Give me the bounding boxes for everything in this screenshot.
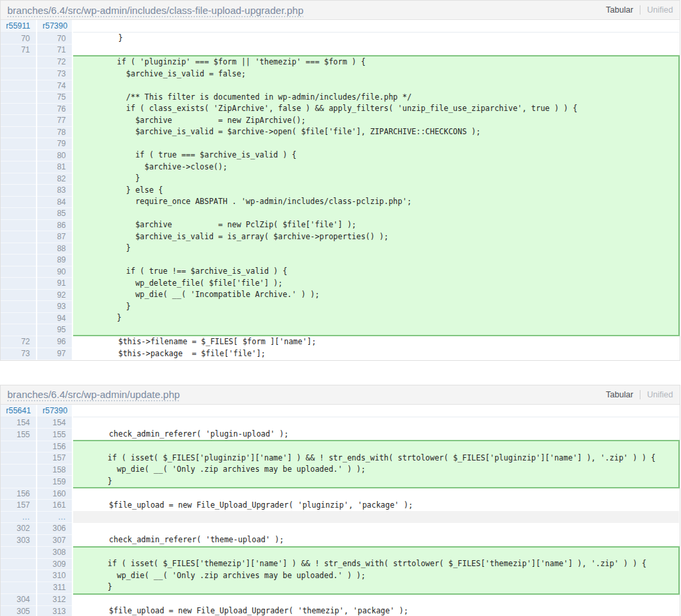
old-line-number xyxy=(1,150,37,161)
code-line: if ( isset( $_FILES['themezip']['name'] … xyxy=(72,558,679,570)
old-line-number: 302 xyxy=(1,523,37,535)
new-line-number[interactable]: … xyxy=(37,511,72,523)
diff-row: 77 $archive = new ZipArchive(); xyxy=(1,115,679,127)
new-line-number: 154 xyxy=(37,417,72,429)
code-line: $archive = new PclZip( $file['file'] ); xyxy=(72,219,679,231)
old-revision-link[interactable]: r55911 xyxy=(1,20,37,33)
diff-row: 79 xyxy=(1,138,679,150)
new-line-number: 91 xyxy=(37,278,72,290)
file-path-link[interactable]: branches/6.4/src/wp-admin/update.php xyxy=(7,389,180,400)
diff-row: 158 wp_die( __( 'Only .zip archives may … xyxy=(1,464,679,476)
code-line: wp_die( __( 'Only .zip archives may be u… xyxy=(72,570,679,582)
new-line-number: 84 xyxy=(37,196,72,208)
new-line-number: 155 xyxy=(37,429,72,441)
code-line xyxy=(72,488,679,500)
code-line: $archive_is_valid = is_array( $archive->… xyxy=(72,231,679,243)
code-column-header xyxy=(72,20,679,33)
diff-row: 80 if ( true === $archive_is_valid ) { xyxy=(1,150,679,161)
old-revision-link[interactable]: r55641 xyxy=(1,405,37,417)
new-line-number: 308 xyxy=(37,547,72,559)
old-line-number xyxy=(1,185,37,197)
diff-row: 81 $archive->close(); xyxy=(1,161,679,173)
old-line-number xyxy=(1,324,37,336)
revision-header-row: r55641 r57390 xyxy=(1,405,679,417)
diff-row: 157 161 $file_upload = new File_Upload_U… xyxy=(1,500,679,512)
diff-row: 88 } xyxy=(1,243,679,255)
code-line xyxy=(72,45,679,56)
diff-row: 94 } xyxy=(1,312,679,324)
new-line-number: 161 xyxy=(37,500,72,512)
new-revision-link[interactable]: r57390 xyxy=(37,20,72,33)
old-line-number xyxy=(1,441,37,453)
code-line: $this->filename = $_FILES[ $form ]['name… xyxy=(72,336,679,348)
code-line: } xyxy=(72,173,679,185)
diff-row: 157 if ( isset( $_FILES['pluginzip']['na… xyxy=(1,453,679,464)
diff-table: r55911 r57390 70 70 } 71 71 72 if ( 'plu… xyxy=(1,20,680,360)
new-line-number: 95 xyxy=(37,324,72,336)
new-line-number: 86 xyxy=(37,219,72,231)
code-line xyxy=(72,547,679,559)
diff-row: 72 if ( 'pluginzip' === $form || 'themez… xyxy=(1,56,679,68)
old-line-number: 156 xyxy=(1,488,37,500)
new-line-number: 71 xyxy=(37,45,72,56)
code-line: if ( 'pluginzip' === $form || 'themezip'… xyxy=(72,56,679,68)
new-revision-link[interactable]: r57390 xyxy=(37,405,72,417)
old-line-number xyxy=(1,255,37,266)
unified-view-link[interactable]: Unified xyxy=(647,5,673,15)
code-line: if ( true === $archive_is_valid ) { xyxy=(72,150,679,161)
new-line-number: 310 xyxy=(37,570,72,582)
code-line: $file_upload = new File_Upload_Upgrader(… xyxy=(72,605,679,616)
code-line xyxy=(72,441,679,453)
new-line-number: 97 xyxy=(37,348,72,360)
new-line-number: 78 xyxy=(37,126,72,138)
diff-row: 73 $archive_is_valid = false; xyxy=(1,68,679,80)
new-line-number: 89 xyxy=(37,255,72,266)
diff-row: 83 } else { xyxy=(1,185,679,197)
old-line-number xyxy=(1,196,37,208)
new-line-number: 94 xyxy=(37,312,72,324)
old-line-number xyxy=(1,56,37,68)
old-line-number: 73 xyxy=(1,348,37,360)
diff-row: 73 97 $this->package = $file['file']; xyxy=(1,348,679,360)
diff-row: 84 require_once ABSPATH . 'wp-admin/incl… xyxy=(1,196,679,208)
diff-row: 305 313 $file_upload = new File_Upload_U… xyxy=(1,605,679,616)
code-line: $file_upload = new File_Upload_Upgrader(… xyxy=(72,500,679,512)
unified-view-link[interactable]: Unified xyxy=(647,390,673,399)
code-line: } xyxy=(72,301,679,313)
new-line-number: 73 xyxy=(37,68,72,80)
view-switch: Tabular Unified xyxy=(606,5,673,15)
new-line-number: 312 xyxy=(37,594,72,606)
diff-row: 91 wp_delete_file( $file['file'] ); xyxy=(1,278,679,290)
old-line-number xyxy=(1,80,37,92)
view-switch: Tabular Unified xyxy=(606,390,673,399)
old-line-number: 70 xyxy=(1,33,37,45)
new-line-number: 83 xyxy=(37,185,72,197)
file-path-link[interactable]: branches/6.4/src/wp-admin/includes/class… xyxy=(7,5,303,16)
old-line-number xyxy=(1,173,37,185)
old-line-number: 154 xyxy=(1,417,37,429)
new-line-number: 75 xyxy=(37,92,72,104)
view-switch-divider xyxy=(640,5,640,15)
new-line-number: 309 xyxy=(37,558,72,570)
old-line-number xyxy=(1,312,37,324)
old-line-number xyxy=(1,476,37,488)
diff-row: 308 xyxy=(1,547,679,559)
new-line-number: 81 xyxy=(37,161,72,173)
code-line: $archive = new ZipArchive(); xyxy=(72,115,679,127)
code-line: $this->package = $file['file']; xyxy=(72,348,679,360)
code-line: require_once ABSPATH . 'wp-admin/include… xyxy=(72,196,679,208)
diff-row: 93 } xyxy=(1,301,679,313)
diff-panel-header: branches/6.4/src/wp-admin/includes/class… xyxy=(1,1,680,20)
diff-row: 87 $archive_is_valid = is_array( $archiv… xyxy=(1,231,679,243)
diff-row: 159 } xyxy=(1,476,679,488)
old-line-number: 71 xyxy=(1,45,37,56)
old-line-number xyxy=(1,558,37,570)
old-line-number xyxy=(1,570,37,582)
old-line-number xyxy=(1,243,37,255)
old-line-number xyxy=(1,68,37,80)
old-line-number: 303 xyxy=(1,534,37,547)
old-line-number[interactable]: … xyxy=(1,511,37,523)
diff-row: 155 155 check_admin_referer( 'plugin-upl… xyxy=(1,429,679,441)
new-line-number: 72 xyxy=(37,56,72,68)
code-line: wp_die( __( 'Incompatible Archive.' ) ); xyxy=(72,289,679,301)
